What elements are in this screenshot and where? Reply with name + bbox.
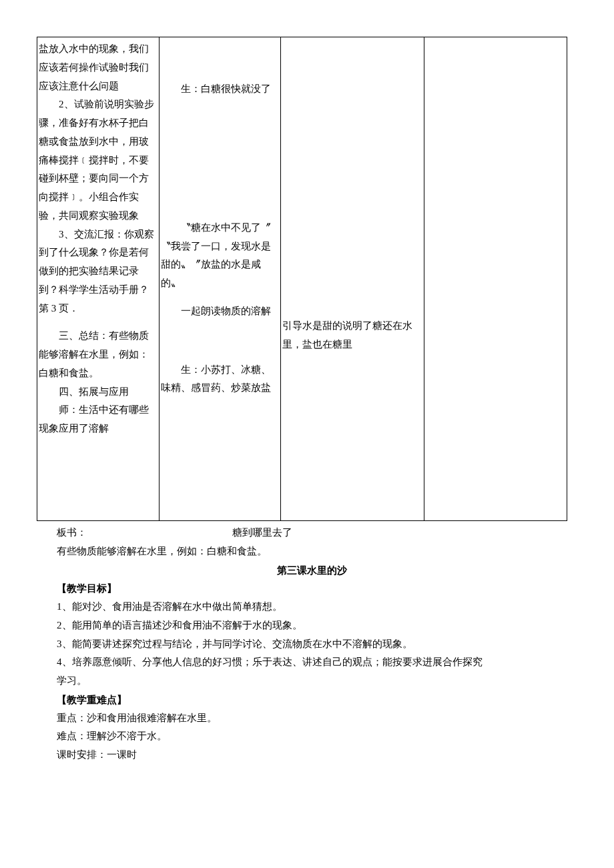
paragraph: 〝糖在水中不见了〞〝我尝了一口，发现水是甜的〟〞放盐的水是咸的〟 xyxy=(161,219,280,293)
paragraph: 三、总结：有些物质能够溶解在水里，例如：白糖和食盐。 xyxy=(39,327,158,382)
goal-item: 2、能用简单的语言描述沙和食用油不溶解于水的现象。 xyxy=(57,616,567,635)
teacher-activity-cell: 盐放入水中的现象，我们应该若何操作试验时我们应该注意什么问题 2、试验前说明实验… xyxy=(37,37,160,521)
goal-item: 1、能对沙、食用油是否溶解在水中做出简单猜想。 xyxy=(57,598,567,616)
spacer xyxy=(161,321,280,361)
paragraph: 一起朗读物质的溶解 xyxy=(161,302,280,321)
goal-item: 4、培养愿意倾听、分享他人信息的好习惯；乐于表达、讲述自己的观点；能按要求进展合… xyxy=(57,653,567,672)
paragraph: 引导水是甜的说明了糖还在水里，盐也在糖里 xyxy=(282,317,422,354)
paragraph: 2、试验前说明实验步骤，准备好有水杯子把白糖或食盐放到水中，用玻痛棒搅拌﹝搅拌时… xyxy=(39,95,158,225)
goals-section: 【教学目标】 1、能对沙、食用油是否溶解在水中做出简单猜想。 2、能用简单的语言… xyxy=(57,579,567,691)
spacer xyxy=(161,99,280,219)
board-label: 板书： xyxy=(57,527,87,538)
spacer xyxy=(39,318,158,327)
difficulty-label: 【教学重难点】 xyxy=(57,691,567,709)
key-point: 重点：沙和食用油很难溶解在水里。 xyxy=(57,709,567,728)
below-table-section: 板书： 糖到哪里去了 有些物质能够溶解在水里，例如：白糖和食盐。 第三课水里的沙… xyxy=(37,524,567,765)
table-row: 盐放入水中的现象，我们应该若何操作试验时我们应该注意什么问题 2、试验前说明实验… xyxy=(37,37,567,521)
hard-point: 难点：理解沙不溶于水。 xyxy=(57,727,567,746)
paragraph: 生：小苏打、冰糖、味精、感冒药、炒菜放盐 xyxy=(161,361,280,398)
board-content: 有些物质能够溶解在水里，例如：白糖和食盐。 xyxy=(57,542,567,561)
lesson-table: 盐放入水中的现象，我们应该若何操作试验时我们应该注意什么问题 2、试验前说明实验… xyxy=(37,37,567,521)
spacer xyxy=(161,293,280,302)
goal-item: 3、能简要讲述探究过程与结论，并与同学讨论、交流物质在水中不溶解的现象。 xyxy=(57,635,567,654)
student-activity-cell: 生：白糖很快就没了 〝糖在水中不见了〞〝我尝了一口，发现水是甜的〟〞放盐的水是咸… xyxy=(159,37,281,521)
paragraph: 四、拓展与应用 xyxy=(39,383,158,402)
spacer xyxy=(161,398,280,518)
paragraph: 师：生活中还有哪些现象应用了溶解 xyxy=(39,401,158,438)
goals-label: 【教学目标】 xyxy=(57,579,567,598)
empty-cell xyxy=(424,37,567,521)
board-title: 糖到哪里去了 xyxy=(232,527,292,538)
paragraph: 生：白糖很快就没了 xyxy=(161,80,280,99)
schedule: 课时安排：一课时 xyxy=(57,746,567,765)
lesson-title: 第三课水里的沙 xyxy=(57,561,567,580)
board-line: 板书： 糖到哪里去了 xyxy=(57,524,567,542)
guidance-cell: 引导水是甜的说明了糖还在水里，盐也在糖里 xyxy=(281,37,424,521)
paragraph: 3、交流汇报：你观察到了什么现象？你是若何做到的把实验结果记录到？科学学生活动手… xyxy=(39,226,158,318)
goal-item-continuation: 学习。 xyxy=(57,672,567,691)
paragraph: 盐放入水中的现象，我们应该若何操作试验时我们应该注意什么问题 xyxy=(39,40,158,95)
